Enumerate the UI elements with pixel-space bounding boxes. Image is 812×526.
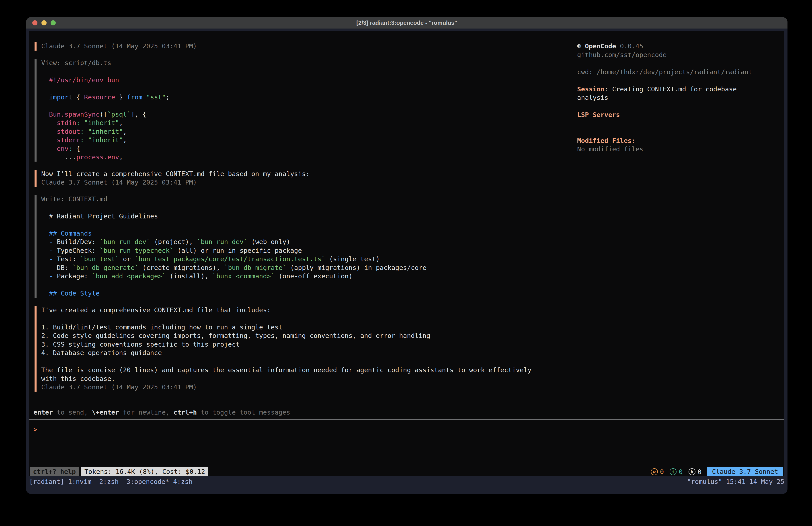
terminal-line: - Build/Dev: `bun run dev` (project), `b… <box>41 238 577 246</box>
text-segment: (apply migrations) in packages/core <box>286 264 426 271</box>
terminal-line: I've created a comprehensive CONTEXT.md … <box>41 306 577 314</box>
text-segment: `bunx <command>` <box>212 272 275 280</box>
text-segment: process.env <box>76 153 119 161</box>
help-shortcut-badge[interactable]: ctrl+? help <box>30 467 79 476</box>
text-segment: (one-off execution) <box>275 272 352 280</box>
text-segment: , <box>119 119 123 127</box>
terminal-line: - TypeCheck: `bun run typecheck` (all) o… <box>41 246 577 255</box>
text-segment: Test: <box>53 255 80 263</box>
model-badge[interactable]: Claude 3.7 Sonnet <box>707 467 783 476</box>
diagnostics-warning-counter: w0 <box>651 468 664 475</box>
text-segment <box>80 119 84 127</box>
terminal-line: stderr: "inherit", <box>41 136 577 144</box>
sidebar: © OpenCode 0.0.45github.com/sst/opencode… <box>577 31 782 154</box>
text-segment: `psql` <box>107 111 131 118</box>
text-segment: "sst" <box>146 94 166 101</box>
terminal-line: Claude 3.7 Sonnet (14 May 2025 03:41 PM) <box>41 42 577 51</box>
text-segment: from <box>127 94 142 101</box>
minimize-button[interactable] <box>41 20 47 25</box>
terminal-line: 1. Build/lint/test commands including ho… <box>41 323 577 332</box>
terminal-screen[interactable]: Claude 3.7 Sonnet (14 May 2025 03:41 PM)… <box>29 31 784 476</box>
text-segment: to send, <box>53 409 92 416</box>
text-segment: enter <box>33 409 53 416</box>
terminal-line <box>577 119 782 128</box>
text-segment: for newline, <box>119 409 173 416</box>
text-segment: "inherit" <box>88 128 123 135</box>
tmux-status-bar: [radiant] 1:nvim 2:zsh- 3:opencode* 4:zs… <box>29 477 784 486</box>
terminal-line <box>577 59 782 68</box>
text-segment: ## Code Style <box>49 289 100 297</box>
info-icon: i <box>670 468 677 475</box>
terminal-line: No modified files <box>577 145 782 154</box>
input-help: enter to send, \+enter for newline, ctrl… <box>33 408 290 417</box>
terminal-line: 3. CSS styling conventions specific to t… <box>41 340 577 349</box>
text-segment: : <box>76 119 80 127</box>
terminal-line <box>41 281 577 289</box>
input-divider <box>29 419 784 420</box>
text-segment: \+enter <box>92 409 119 416</box>
zoom-button[interactable] <box>50 20 56 25</box>
tokens-cost-badge: Tokens: 16.4K (8%), Cost: $0.12 <box>81 467 208 476</box>
text-segment: , <box>119 153 123 161</box>
text-segment: `bun add <package>` <box>92 272 166 280</box>
text-segment: - <box>49 264 53 271</box>
titlebar[interactable]: [2/3] radiant:3:opencode - "romulus" <box>26 17 787 29</box>
text-segment: cwd: /home/thdxr/dev/projects/radiant/ra… <box>577 68 752 76</box>
text-segment: ... <box>64 153 76 161</box>
terminal-line <box>41 84 577 93</box>
terminal-line <box>41 101 577 110</box>
prompt-line[interactable]: > <box>33 425 37 434</box>
text-segment: ; <box>166 94 170 101</box>
terminal-line: stdin: "inherit", <box>41 118 577 127</box>
text-segment: View: script/db.ts <box>41 59 111 67</box>
terminal-line: Write: CONTEXT.md <box>41 195 577 203</box>
text-segment: : Creating CONTEXT.md for codebase <box>604 85 737 93</box>
close-button[interactable] <box>32 20 38 25</box>
diagnostics-info-counter: i0 <box>670 468 683 475</box>
text-segment: Session <box>577 85 604 93</box>
text-segment: Claude 3.7 Sonnet (14 May 2025 03:41 PM) <box>41 42 197 50</box>
text-segment: # Radiant Project Guidelines <box>49 212 158 220</box>
info-count: 0 <box>679 468 683 475</box>
terminal-line: - Package: `bun add <package>` (install)… <box>41 272 577 281</box>
status-bar: ctrl+? help Tokens: 16.4K (8%), Cost: $0… <box>29 467 784 476</box>
text-segment: stderr <box>57 136 80 144</box>
terminal-line: - Test: `bun test` or `bun test packages… <box>41 255 577 264</box>
terminal-line: ## Code Style <box>41 289 577 298</box>
terminal-line <box>41 314 577 323</box>
text-segment: Modified Files: <box>577 137 636 144</box>
text-segment: } <box>115 94 127 101</box>
terminal-line: stdout: "inherit", <box>41 127 577 136</box>
terminal-line: # Radiant Project Guidelines <box>41 212 577 221</box>
hint-icon: h <box>688 468 695 475</box>
terminal-line <box>41 357 577 366</box>
text-segment: `bun test packages/core/test/transaction… <box>134 255 325 263</box>
text-segment: ([ <box>100 111 107 118</box>
text-segment: `bun run typecheck` <box>100 247 174 254</box>
prompt-caret: > <box>33 426 37 433</box>
text-segment: (create migrations), <box>139 264 224 271</box>
text-segment: Bun.spawnSync <box>49 111 100 118</box>
terminal-line: ## Commands <box>41 229 577 238</box>
text-segment: { <box>72 145 80 153</box>
text-segment: analysis <box>577 94 608 101</box>
message-block: I've created a comprehensive CONTEXT.md … <box>34 306 577 392</box>
terminal-line: Bun.spawnSync([`psql`], { <box>41 110 577 119</box>
text-segment: , <box>123 128 127 135</box>
terminal-line: import { Resource } from "sst"; <box>41 93 577 102</box>
text-segment: { <box>72 94 84 101</box>
text-segment <box>142 94 146 101</box>
terminal-line: Modified Files: <box>577 137 782 145</box>
text-segment: : <box>80 128 84 135</box>
text-segment: import <box>49 94 72 101</box>
text-segment: Now I'll create a comprehensive CONTEXT.… <box>41 170 310 177</box>
tmux-window-list[interactable]: [radiant] 1:nvim 2:zsh- 3:opencode* 4:zs… <box>29 478 192 485</box>
text-segment: "inherit" <box>88 136 123 144</box>
text-segment: LSP Servers <box>577 111 620 118</box>
text-segment: `bun run dev` <box>100 238 150 246</box>
text-segment: The file is concise (20 lines) and captu… <box>41 366 532 374</box>
text-segment: Resource <box>84 94 115 101</box>
text-segment: Write: CONTEXT.md <box>41 195 107 203</box>
window-controls <box>32 17 56 29</box>
text-segment: env <box>57 145 69 153</box>
